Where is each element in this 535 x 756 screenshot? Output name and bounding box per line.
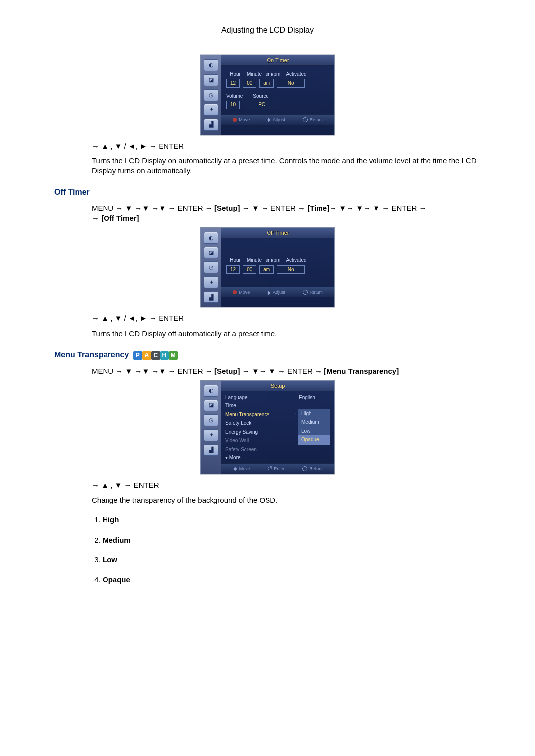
label-activated: Activated <box>284 257 309 264</box>
badge-h: H <box>160 351 169 360</box>
osd-tab-icon[interactable]: ◐ <box>204 232 218 244</box>
setup-time-label[interactable]: Time <box>225 403 330 409</box>
offtimer-token: [Off Timer] <box>101 214 139 222</box>
label-minute: Minute <box>246 257 262 264</box>
osd-tab-icon[interactable]: ◐ <box>204 385 218 397</box>
label-source: Source <box>253 93 268 100</box>
badge-p: P <box>133 351 142 360</box>
transparency-dropdown[interactable]: High Medium Low Opaque <box>298 409 330 445</box>
setup-language-label[interactable]: Language <box>225 394 291 401</box>
list-item: High <box>103 515 481 525</box>
section-heading-off-timer: Off Timer <box>54 187 481 198</box>
mt-token: [Menu Transparency] <box>324 367 399 375</box>
adjust-diamond-icon: ◆ <box>267 116 271 123</box>
option-opaque: Opaque <box>103 575 130 584</box>
setup-mt-label[interactable]: Menu Transparency <box>225 411 291 418</box>
value-ampm[interactable]: am <box>259 265 274 274</box>
value-minute[interactable]: 00 <box>243 79 256 88</box>
path-text: MENU → ▼ →▼ →▼ → ENTER → <box>92 367 214 375</box>
setup-language-value: English <box>299 394 330 401</box>
dropdown-option[interactable]: High <box>298 409 330 418</box>
return-ring-icon <box>303 290 308 295</box>
footer-move: Move <box>239 466 250 472</box>
osd-title: On Timer <box>221 55 334 66</box>
value-hour[interactable]: 12 <box>226 79 240 88</box>
nav-hint: → ▲ , ▼ → ENTER <box>92 480 481 490</box>
value-minute[interactable]: 00 <box>243 265 256 274</box>
label-volume: Volume <box>226 93 243 100</box>
list-item: Medium <box>103 535 481 545</box>
osd-tab-icon[interactable]: ◪ <box>204 74 218 86</box>
footer-adjust: Adjust <box>273 289 285 295</box>
page: Adjusting the LCD Display ◐ ◪ ◷ ✦ ▟ On T… <box>0 0 535 650</box>
footer-move: Move <box>239 117 250 123</box>
value-hour[interactable]: 12 <box>226 265 240 274</box>
footer-return: Return <box>310 117 323 123</box>
osd-tab-icon[interactable]: ◷ <box>204 261 218 273</box>
osd-tab-icon[interactable]: ◷ <box>204 89 218 101</box>
more-text: More <box>229 455 241 460</box>
label-hour: Hour <box>227 257 243 264</box>
move-dot-icon <box>233 290 237 294</box>
badge-m: M <box>169 351 178 360</box>
heading-text: Menu Transparency <box>54 351 129 359</box>
return-ring-icon <box>303 117 308 122</box>
dropdown-option-selected[interactable]: Opaque <box>298 435 330 444</box>
setup-safety-screen-label: Safety Screen <box>225 446 330 453</box>
path-text: MENU → ▼ →▼ →▼ → ENTER → <box>92 204 214 212</box>
nav-hint: → ▲ , ▼ / ◄, ► → ENTER <box>92 313 481 323</box>
setup-token: [Setup] <box>214 367 240 375</box>
footer-move: Move <box>239 289 250 295</box>
mode-badges: P A C H M <box>133 351 178 360</box>
footer-adjust: Adjust <box>273 117 285 123</box>
osd-tab-icon[interactable]: ▟ <box>204 444 218 456</box>
on-timer-desc: Turns the LCD Display on automatically a… <box>92 156 481 176</box>
osd-footer: Move ◆Adjust Return <box>221 287 334 297</box>
list-item: Opaque <box>103 575 481 585</box>
page-title: Adjusting the LCD Display <box>54 25 481 36</box>
move-dot-icon <box>233 118 237 122</box>
badge-c: C <box>151 351 160 360</box>
dropdown-option[interactable]: Medium <box>298 418 330 427</box>
label-minute: Minute <box>246 71 262 78</box>
option-low: Low <box>103 555 117 564</box>
dropdown-option[interactable]: Low <box>298 427 330 436</box>
off-timer-desc: Turns the LCD Display off automatically … <box>92 329 481 339</box>
osd-tab-icon[interactable]: ◪ <box>204 400 218 411</box>
value-source[interactable]: PC <box>243 101 280 109</box>
bottom-rule <box>54 605 481 605</box>
setup-energy-label[interactable]: Energy Saving <box>225 429 291 436</box>
label-activated: Activated <box>284 71 309 78</box>
osd-off-timer: ◐ ◪ ◷ ✦ ▟ Off Timer Hour Minute am/pm Ac… <box>200 227 335 307</box>
value-volume[interactable]: 10 <box>226 101 240 109</box>
osd-tab-icon[interactable]: ▟ <box>204 119 218 131</box>
osd-setup: ◐ ◪ ◷ ✦ ▟ Setup Language:English Time Me… <box>200 380 335 474</box>
osd-tab-icon[interactable]: ◪ <box>204 247 218 258</box>
path-text: → ▼→ ▼ → ENTER → <box>240 367 324 375</box>
osd-on-timer: ◐ ◪ ◷ ✦ ▟ On Timer Hour Minute am/pm Act… <box>200 55 335 135</box>
return-ring-icon <box>302 466 307 471</box>
osd-tab-strip: ◐ ◪ ◷ ✦ ▟ <box>201 381 221 474</box>
badge-a: A <box>142 351 151 360</box>
footer-enter: Enter <box>274 466 285 472</box>
osd-tab-icon[interactable]: ✦ <box>204 429 218 441</box>
osd-tab-strip: ◐ ◪ ◷ ✦ ▟ <box>201 228 221 307</box>
osd-tab-icon[interactable]: ✦ <box>204 276 218 288</box>
value-ampm[interactable]: am <box>259 79 274 88</box>
list-item: Low <box>103 555 481 565</box>
time-token: [Time] <box>307 204 329 212</box>
osd-footer: ◆Move ⏎Enter Return <box>221 463 334 474</box>
osd-tab-icon[interactable]: ▟ <box>204 291 218 303</box>
path-text: → ▼→ ▼→ ▼ → ENTER → <box>329 204 426 212</box>
osd-tab-icon[interactable]: ◷ <box>204 414 218 426</box>
mt-menu-path: MENU → ▼ →▼ →▼ → ENTER → [Setup] → ▼→ ▼ … <box>92 366 481 376</box>
value-activated[interactable]: No <box>277 265 305 274</box>
osd-title: Setup <box>221 381 334 391</box>
label-ampm: am/pm <box>265 71 281 78</box>
osd-tab-icon[interactable]: ✦ <box>204 104 218 116</box>
value-activated[interactable]: No <box>277 79 305 88</box>
adjust-diamond-icon: ◆ <box>267 289 271 296</box>
osd-tab-icon[interactable]: ◐ <box>204 59 218 71</box>
transparency-options-list: High Medium Low Opaque <box>92 515 481 585</box>
setup-more-label[interactable]: ▾ More <box>225 454 330 461</box>
